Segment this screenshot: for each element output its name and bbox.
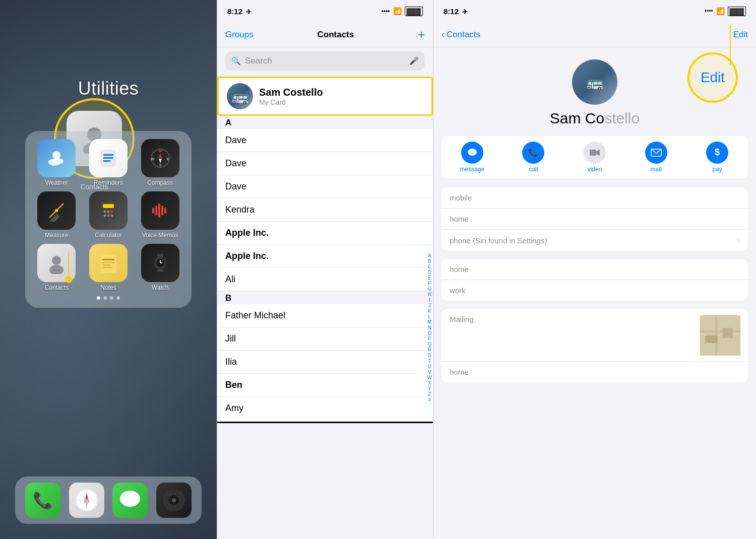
list-item[interactable]: Ben <box>217 374 433 397</box>
edit-button[interactable]: Edit <box>733 30 748 40</box>
compass-app[interactable]: N S W E Compass <box>137 139 183 186</box>
alpha-y[interactable]: Y <box>428 386 431 391</box>
pay-icon: $ <box>706 142 728 164</box>
alpha-d[interactable]: D <box>428 270 431 275</box>
svg-point-33 <box>49 265 64 274</box>
measure-label: Measure <box>45 232 69 239</box>
svg-rect-35 <box>102 259 114 260</box>
alpha-z[interactable]: Z <box>428 391 431 397</box>
home-address-label: home <box>450 368 469 376</box>
alpha-a[interactable]: A <box>428 253 431 258</box>
alpha-r[interactable]: R <box>428 347 431 353</box>
dot-2 <box>103 296 107 300</box>
alpha-k[interactable]: K <box>428 308 431 314</box>
call-button[interactable]: 📞 call <box>513 142 553 173</box>
messages-dock-icon[interactable] <box>112 483 148 518</box>
contacts-scroll[interactable]: A Dave Dave Dave Kendra Apple Inc. Apple… <box>217 116 433 539</box>
contacts-time: 8:12 ✈ <box>227 7 251 16</box>
music-dock-icon[interactable] <box>156 483 192 518</box>
reminders-app[interactable]: Reminders <box>85 139 132 186</box>
safari-dock-icon[interactable] <box>69 483 104 518</box>
contacts-small-app[interactable]: Contacts <box>33 244 80 291</box>
alpha-o[interactable]: O <box>427 330 431 336</box>
list-item[interactable]: Apple Inc. <box>217 222 433 245</box>
list-item[interactable]: Ilia <box>217 351 433 374</box>
alpha-q[interactable]: Q <box>427 342 431 347</box>
my-card-row[interactable]: 🚌 Sam Costello My Card <box>217 77 433 116</box>
alpha-j[interactable]: J <box>428 303 431 308</box>
svg-point-32 <box>52 256 61 265</box>
alpha-l[interactable]: L <box>428 314 431 319</box>
detail-bus-image: 🚌 <box>572 59 617 105</box>
list-item[interactable]: Dave <box>217 175 433 198</box>
map-thumbnail[interactable] <box>700 315 740 355</box>
svg-rect-38 <box>102 267 112 268</box>
alpha-s[interactable]: S <box>428 353 431 358</box>
watch-app[interactable]: Watch <box>137 244 183 291</box>
search-bar[interactable]: 🔍 Search 🎤 <box>225 51 425 71</box>
video-button[interactable]: video <box>575 142 615 173</box>
list-item[interactable]: Jill <box>217 327 433 351</box>
alpha-h[interactable]: H <box>428 292 431 297</box>
call-icon-svg: 📞 <box>527 147 539 159</box>
list-item[interactable]: Apple Inc. <box>217 245 433 268</box>
back-button[interactable]: ‹ Contacts <box>442 29 480 40</box>
mail-button[interactable]: mail <box>636 142 676 173</box>
groups-button[interactable]: Groups <box>225 30 254 40</box>
list-item[interactable]: Dave <box>217 152 433 175</box>
alpha-w[interactable]: W <box>427 375 432 380</box>
voice-memos-app[interactable]: Voice Memos <box>137 191 183 239</box>
alpha-x[interactable]: X <box>428 380 431 386</box>
alpha-t[interactable]: T <box>428 358 431 364</box>
svg-text:📞: 📞 <box>33 491 53 510</box>
search-input[interactable]: Search <box>245 56 405 66</box>
list-item[interactable]: Amy <box>217 397 433 423</box>
alpha-m[interactable]: M <box>427 319 431 325</box>
detail-battery-icon: ▓▓▓ <box>728 7 746 16</box>
alpha-b[interactable]: B <box>428 258 431 264</box>
list-item[interactable]: Kendra <box>217 198 433 222</box>
alpha-index[interactable]: A B C D E F G H I J K L M N O P Q R S T … <box>427 116 432 539</box>
detail-signal-icon: •••• <box>705 8 713 15</box>
mobile-row[interactable]: mobile <box>442 187 748 209</box>
detail-scroll[interactable]: 🚌 Sam Costello Edit mes <box>433 47 756 539</box>
home-email-row[interactable]: home <box>442 259 748 280</box>
dot-4 <box>116 296 120 300</box>
pay-button[interactable]: $ pay <box>697 142 737 173</box>
notes-app[interactable]: Notes <box>85 244 132 291</box>
alpha-g[interactable]: G <box>427 286 431 292</box>
svg-rect-31 <box>164 208 166 214</box>
svg-point-24 <box>103 215 106 217</box>
alpha-f[interactable]: F <box>428 281 431 286</box>
weather-app[interactable]: Weather <box>33 139 80 186</box>
message-icon-svg <box>466 147 478 159</box>
list-item[interactable]: Dave <box>217 129 433 152</box>
svg-rect-69 <box>723 328 733 338</box>
work-email-row[interactable]: work <box>442 280 748 301</box>
home-address-row[interactable]: home <box>442 362 748 382</box>
calculator-app[interactable]: Calculator <box>85 191 132 239</box>
message-icon <box>461 142 483 164</box>
measure-app[interactable]: Measure <box>33 191 80 239</box>
alpha-hash[interactable]: # <box>428 397 431 402</box>
list-item[interactable]: Father Michael <box>217 304 433 327</box>
utilities-folder[interactable]: Weather Reminders N <box>25 131 192 308</box>
mic-icon[interactable]: 🎤 <box>409 56 419 65</box>
list-item[interactable]: Ali <box>217 268 433 291</box>
alpha-i[interactable]: I <box>429 297 430 303</box>
alpha-p[interactable]: P <box>428 336 431 342</box>
alpha-u[interactable]: U <box>428 364 431 369</box>
video-icon <box>584 142 606 164</box>
phone-dock-icon[interactable]: 📞 <box>25 483 60 518</box>
alpha-e[interactable]: E <box>428 275 431 281</box>
message-button[interactable]: message <box>452 142 492 173</box>
add-contact-button[interactable]: + <box>418 28 425 42</box>
alpha-n[interactable]: N <box>428 325 431 330</box>
siri-phone-row[interactable]: phone (Siri found in Settings) › <box>442 230 748 251</box>
home-phone-row[interactable]: home <box>442 209 748 230</box>
alpha-v[interactable]: V <box>428 369 431 375</box>
alpha-c[interactable]: C <box>428 264 431 270</box>
weather-icon <box>37 139 76 177</box>
reminders-icon-svg <box>97 147 119 169</box>
mailing-row[interactable]: Mailing <box>442 309 748 362</box>
